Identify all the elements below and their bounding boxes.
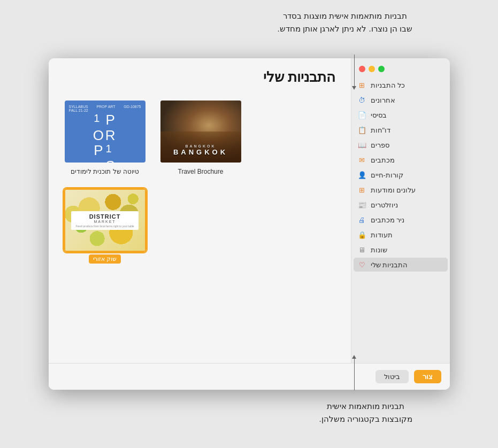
main-window: כל התבניות ⊞ אחרונים ⏱ בסיסי 📄 דו"חות 📋 … xyxy=(49,58,450,390)
sidebar: כל התבניות ⊞ אחרונים ⏱ בסיסי 📄 דו"חות 📋 … xyxy=(351,58,450,390)
sidebar-item-stationery[interactable]: ניר מכתבים 🖨 xyxy=(354,213,448,227)
sidebar-item-resume[interactable]: קורות-חיים 👤 xyxy=(354,168,448,182)
icon-stationery: 🖨 xyxy=(358,215,366,224)
tooltip-top: תבניות מותאמות אישית מוצגות בסדר שבו הן … xyxy=(277,10,412,35)
sidebar-item-recent[interactable]: אחרונים ⏱ xyxy=(354,93,448,107)
sidebar-item-basic[interactable]: בסיסי 📄 xyxy=(354,108,448,122)
icon-flyers: ⊞ xyxy=(358,186,366,194)
sidebar-item-flyers[interactable]: עלונים ומודעות ⊞ xyxy=(354,183,448,197)
sidebar-item-all[interactable]: כל התבניות ⊞ xyxy=(354,78,448,92)
template-props[interactable]: GD-10875 PROP ART SYLLABUSFALL 21-22 P 1… xyxy=(64,99,147,175)
template-badge-district: שוק אזורי xyxy=(89,254,121,264)
page-title: התבניות שלי xyxy=(64,69,336,86)
icon-books: 📖 xyxy=(358,141,366,149)
icon-letters: ✉ xyxy=(358,156,366,164)
traffic-green xyxy=(378,66,385,72)
create-button[interactable]: צור xyxy=(414,370,441,383)
traffic-yellow xyxy=(369,66,375,72)
template-thumb-props[interactable]: GD-10875 PROP ART SYLLABUSFALL 21-22 P 1… xyxy=(64,99,147,164)
arrow-bottom-indicator xyxy=(354,358,355,390)
icon-misc: 🖥 xyxy=(358,245,366,254)
icon-mine: ♡ xyxy=(358,260,366,269)
templates-grid: BANGKOK BANGKOK Travel Brochure GD-10875… xyxy=(49,91,351,272)
tooltip-bottom: תבניות מותאמות אישית מקובצות בקטגוריה מש… xyxy=(319,400,412,426)
icon-resume: 👤 xyxy=(358,171,366,179)
template-bangkok[interactable]: BANGKOK BANGKOK Travel Brochure xyxy=(159,99,242,175)
template-thumb-district[interactable]: DISTRICT MARKET Fresh produce from local… xyxy=(64,188,147,252)
sidebar-item-reports[interactable]: דו"חות 📋 xyxy=(354,123,448,137)
template-district[interactable]: DISTRICT MARKET Fresh produce from local… xyxy=(64,188,147,264)
icon-recent: ⏱ xyxy=(358,96,366,104)
cancel-button[interactable]: ביטול xyxy=(376,370,409,383)
icon-reports: 📋 xyxy=(358,126,366,134)
arrow-top-indicator xyxy=(354,55,355,87)
main-header: התבניות שלי xyxy=(49,58,351,91)
sidebar-item-mine[interactable]: התבניות שלי ♡ xyxy=(354,258,448,272)
sidebar-item-letters[interactable]: מכתבים ✉ xyxy=(354,153,448,167)
icon-certificates: 🔒 xyxy=(358,230,366,239)
icon-newsletters: 📰 xyxy=(358,200,366,209)
traffic-lights xyxy=(351,58,450,78)
sidebar-item-newsletters[interactable]: ניוזלטרים 📰 xyxy=(354,198,448,212)
icon-basic: 📄 xyxy=(358,111,366,119)
template-label-props: טיוטה של תוכנית לימודים xyxy=(71,168,139,175)
template-thumb-bangkok[interactable]: BANGKOK BANGKOK xyxy=(159,99,242,164)
template-label-bangkok: Travel Brochure xyxy=(178,168,224,175)
sidebar-items-list: כל התבניות ⊞ אחרונים ⏱ בסיסי 📄 דו"חות 📋 … xyxy=(351,78,450,390)
main-content: התבניות שלי BANGKOK BANGKOK Travel Broch… xyxy=(49,58,351,390)
traffic-red[interactable] xyxy=(359,66,365,72)
sidebar-item-misc[interactable]: שונות 🖥 xyxy=(354,243,448,257)
sidebar-item-books[interactable]: ספרים 📖 xyxy=(354,138,448,152)
bottom-bar: צור ביטול xyxy=(49,363,450,390)
icon-all: ⊞ xyxy=(358,81,366,89)
sidebar-item-certificates[interactable]: תעודות 🔒 xyxy=(354,228,448,242)
